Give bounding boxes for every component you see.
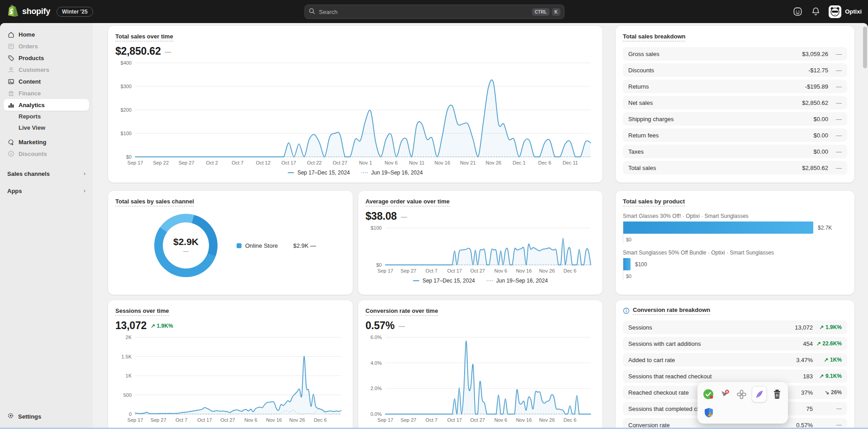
- sidebar-item-marketing[interactable]: Marketing: [4, 136, 89, 148]
- svg-text:Dec 6: Dec 6: [564, 268, 577, 273]
- adblock-check-icon[interactable]: [702, 387, 715, 401]
- svg-text:500: 500: [123, 392, 132, 398]
- svg-text:Nov 26: Nov 26: [539, 268, 555, 273]
- svg-text:Oct 17: Oct 17: [197, 417, 212, 423]
- svg-text:Sep 17: Sep 17: [128, 160, 143, 165]
- sidebar-item-finance[interactable]: Finance: [4, 87, 89, 99]
- table-row[interactable]: Return fees$0.00—: [623, 128, 847, 142]
- table-row[interactable]: Returns-$195.89—: [623, 80, 847, 93]
- sidebar-sales-channels[interactable]: Sales channels ›: [0, 168, 93, 179]
- card-title[interactable]: Conversion rate over time: [365, 307, 438, 316]
- trash-extension-icon[interactable]: [771, 387, 783, 401]
- discount-icon: [7, 150, 14, 157]
- svg-text:Oct 27: Oct 27: [220, 417, 235, 423]
- info-icon[interactable]: [623, 307, 630, 314]
- season-badge[interactable]: Winter '25: [57, 7, 93, 17]
- average-order-value-card: Average order value over time $38.08 — $…: [358, 191, 602, 295]
- sidebar-item-reports[interactable]: Reports: [4, 111, 89, 122]
- card-title[interactable]: Total sales by product: [623, 198, 685, 207]
- conversion-value: 0.57%: [365, 320, 394, 332]
- shield-warning-icon[interactable]: [702, 406, 716, 420]
- svg-text:Oct 22: Oct 22: [307, 160, 322, 165]
- svg-text:Oct 7: Oct 7: [175, 417, 187, 423]
- chevron-right-icon: ›: [84, 188, 85, 194]
- notifications-bell-icon[interactable]: [811, 7, 821, 17]
- legend-previous: Jun 19–Sep 16, 2024: [487, 278, 548, 284]
- table-row[interactable]: Shipping charges$0.00—: [623, 112, 847, 126]
- sessions-value: 13,072: [115, 320, 147, 332]
- card-title[interactable]: Conversion rate breakdown: [633, 306, 710, 315]
- table-row[interactable]: Discounts-$12.75—: [623, 63, 847, 77]
- svg-text:Oct 17: Oct 17: [281, 160, 296, 165]
- sidebar-item-customers[interactable]: Customers: [4, 64, 89, 75]
- muted-extension-icon[interactable]: [719, 387, 731, 401]
- sidebar-item-settings[interactable]: Settings: [4, 410, 89, 423]
- sidebar-item-orders[interactable]: Orders: [4, 40, 89, 52]
- total-sales-breakdown-card: Total sales breakdown Gross sales$3,059.…: [616, 26, 854, 183]
- home-icon: [7, 31, 14, 38]
- account-menu[interactable]: Optixi: [829, 5, 862, 18]
- scrollbar[interactable]: [863, 27, 867, 68]
- svg-text:Oct 7: Oct 7: [426, 268, 437, 273]
- product-bar-group: Smart Sunglasses 50% Off Bundle · Optixi…: [623, 250, 847, 280]
- svg-text:Oct 17: Oct 17: [447, 268, 462, 273]
- svg-text:Nov 26: Nov 26: [486, 160, 502, 165]
- table-row[interactable]: Gross sales$3,059.26—: [623, 47, 847, 61]
- table-row[interactable]: Net sales$2,850.62—: [623, 96, 847, 109]
- svg-text:Sep 17: Sep 17: [128, 417, 143, 423]
- card-title[interactable]: Average order value over time: [365, 198, 450, 207]
- sidebar-item-analytics[interactable]: Analytics: [4, 99, 89, 111]
- table-row[interactable]: Sessions13,072↗ 1.9K%: [623, 321, 847, 334]
- table-row[interactable]: Sessions that reached checkout183↗ 9.1K%: [623, 369, 847, 383]
- product-bar-group: Smart Glasses 30% Off! · Optixi · Smart …: [623, 213, 847, 243]
- search-placeholder: Search: [319, 9, 530, 15]
- feather-extension-icon[interactable]: [752, 386, 767, 402]
- sidebar-item-content[interactable]: Content: [4, 75, 89, 87]
- table-row[interactable]: Added to cart rate3.47%↗ 1K%: [623, 353, 847, 367]
- sidebar-item-live-view[interactable]: Live View: [4, 122, 89, 133]
- topbar: shopify Winter '25 Search CTRL K Optixi: [0, 0, 868, 23]
- svg-text:Nov 16: Nov 16: [266, 417, 282, 423]
- svg-text:1.5K: 1.5K: [121, 354, 132, 359]
- sessions-chart[interactable]: 2K1.5K1K5000Sep 17Sep 27Oct 7Oct 17Oct 2…: [115, 334, 346, 424]
- clover-grid-icon[interactable]: [735, 387, 748, 401]
- conversion-chart[interactable]: 6.0%4.0%2.0%0.0%Sep 17Sep 27Oct 7Oct 17O…: [365, 334, 595, 424]
- product-bar[interactable]: [623, 222, 813, 234]
- chevron-right-icon: ›: [84, 170, 85, 177]
- table-row[interactable]: Total sales$2,850.62—: [623, 161, 847, 174]
- shopify-logo[interactable]: shopify Winter '25: [7, 5, 93, 19]
- card-title[interactable]: Sessions over time: [115, 307, 169, 316]
- channel-donut-chart[interactable]: $2.9K —: [154, 214, 218, 277]
- search-input[interactable]: Search CTRL K: [304, 5, 564, 19]
- store-avatar: [829, 5, 841, 18]
- svg-text:Sep 27: Sep 27: [401, 268, 417, 273]
- total-sales-chart[interactable]: $400$300$200$100$0Sep 17Sep 22Sep 27Oct …: [115, 59, 595, 167]
- table-row[interactable]: Sessions with cart additions454↗ 22.6K%: [623, 337, 847, 350]
- card-title[interactable]: Total sales by sales channel: [115, 198, 194, 207]
- card-title[interactable]: Total sales breakdown: [623, 33, 685, 42]
- sessions-card: Sessions over time 13,072 ↗ 1.9K% 2K1.5K…: [108, 300, 353, 429]
- svg-text:Nov 6: Nov 6: [244, 417, 257, 423]
- browser-extensions-popover: [697, 382, 788, 424]
- bank-icon: [7, 90, 14, 97]
- svg-text:Sep 17: Sep 17: [378, 417, 394, 423]
- svg-text:$0: $0: [126, 154, 132, 160]
- svg-text:Oct 27: Oct 27: [332, 160, 347, 165]
- sidebar-item-discounts[interactable]: Discounts: [4, 148, 89, 160]
- sidebar: Home Orders Products Customers Content F…: [0, 23, 93, 429]
- svg-text:$200: $200: [121, 107, 132, 113]
- svg-text:Nov 11: Nov 11: [409, 160, 424, 165]
- card-title[interactable]: Total sales over time: [115, 33, 173, 42]
- sidebar-item-products[interactable]: Products: [4, 52, 89, 64]
- inbox-icon[interactable]: [792, 7, 802, 17]
- orders-icon: [7, 42, 14, 50]
- search-icon: [308, 8, 315, 16]
- sidebar-apps[interactable]: Apps ›: [0, 185, 93, 197]
- product-bar[interactable]: [623, 258, 631, 270]
- aov-chart[interactable]: $100$0Sep 17Sep 27Oct 7Oct 17Oct 27Nov 6…: [365, 224, 595, 275]
- sessions-trend-badge: ↗ 1.9K%: [151, 323, 173, 329]
- sidebar-item-home[interactable]: Home: [4, 28, 89, 40]
- analytics-icon: [7, 101, 14, 108]
- content-icon: [7, 78, 14, 85]
- table-row[interactable]: Taxes$0.00—: [623, 145, 847, 158]
